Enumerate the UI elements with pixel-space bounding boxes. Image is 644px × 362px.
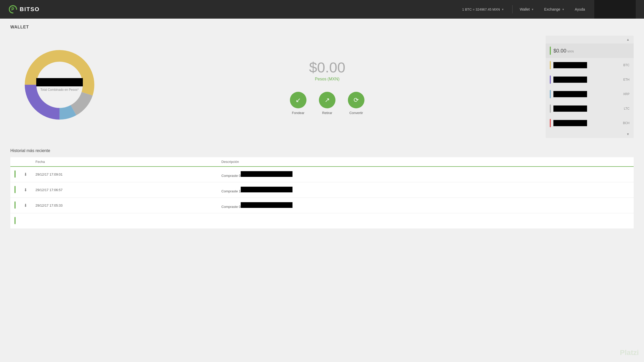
table-row: ⬇ 29/12/17 17:09:01 Compraste 0 xyxy=(10,167,634,182)
center-panel: $0.00 Pesos (MXN) ↙ Fondear ↗ Retirar ⟳ … xyxy=(115,36,539,138)
main-content: WALLET Total Combinado en Pesos* xyxy=(0,19,644,362)
row-4-indicator xyxy=(10,213,20,229)
row-1-date: 29/12/17 17:09:01 xyxy=(31,167,217,182)
retirar-icon: ↗ xyxy=(319,92,335,108)
col-fecha: Fecha xyxy=(31,157,217,167)
col-indicator xyxy=(10,157,20,167)
scroll-up-arrow[interactable]: ▲ xyxy=(546,36,634,43)
nav-divider xyxy=(512,5,513,13)
wallet-section: Total Combinado en Pesos* $0.00 Pesos (M… xyxy=(10,36,634,138)
bch-color-bar xyxy=(550,119,551,127)
wallet-chevron: ▼ xyxy=(531,8,534,11)
table-row: ⬇ 29/12/17 17:05:33 Compraste 0 xyxy=(10,198,634,213)
history-section: Historial más reciente Fecha Descripción… xyxy=(10,148,634,229)
scroll-down-arrow[interactable]: ▼ xyxy=(546,130,634,138)
download-icon: ⬇ xyxy=(24,203,27,208)
xrp-tag: XRP xyxy=(623,92,630,96)
ltc-amount-redacted xyxy=(553,105,587,112)
nav-ayuda[interactable]: Ayuda xyxy=(570,0,590,19)
history-table: Fecha Descripción ⬇ 29/12/17 17:09:01 Co… xyxy=(10,157,634,229)
platzi-watermark: Platzi xyxy=(620,349,639,357)
mxn-label: MXN xyxy=(567,50,574,53)
row-1-desc: Compraste 0 xyxy=(217,167,634,182)
row-4-download xyxy=(20,213,31,229)
col-desc: Descripción xyxy=(217,157,634,167)
download-icon: ⬇ xyxy=(24,188,27,192)
row-2-desc: Compraste 1 xyxy=(217,182,634,198)
xrp-color-bar xyxy=(550,90,551,98)
action-buttons: ↙ Fondear ↗ Retirar ⟳ Convertir xyxy=(290,92,364,115)
eth-color-bar xyxy=(550,76,551,84)
table-row: ⬇ 29/12/17 17:06:57 Compraste 1 xyxy=(10,182,634,198)
header: BITSO 1 BTC = 324967.45 MXN ▼ Wallet ▼ E… xyxy=(0,0,644,19)
row-1-indicator xyxy=(10,167,20,182)
row-3-indicator xyxy=(10,198,20,213)
retirar-label: Retirar xyxy=(322,111,332,115)
balance-item-mxn: $0.00 MXN xyxy=(546,43,634,58)
donut-center-label: Total Combinado en Pesos* xyxy=(36,88,83,92)
btc-color-bar xyxy=(550,61,551,69)
history-header-row: Fecha Descripción xyxy=(10,157,634,167)
nav-exchange[interactable]: Exchange ▼ xyxy=(539,0,569,19)
fondear-icon: ↙ xyxy=(290,92,306,108)
xrp-amount-redacted xyxy=(553,91,587,97)
mxn-color-bar xyxy=(550,47,551,55)
convertir-button[interactable]: ⟳ Convertir xyxy=(348,92,364,115)
balance-item-btc: BTC xyxy=(546,58,634,72)
bch-amount-redacted xyxy=(553,120,587,126)
balance-item-eth: ETH xyxy=(546,72,634,87)
eth-amount-redacted xyxy=(553,77,587,83)
row-2-date: 29/12/17 17:06:57 xyxy=(31,182,217,198)
logo-area[interactable]: BITSO xyxy=(8,5,40,14)
header-nav: 1 BTC = 324967.45 MXN ▼ Wallet ▼ Exchang… xyxy=(462,0,636,19)
row-2-indicator xyxy=(10,182,20,198)
row-2-desc-redacted xyxy=(241,187,292,192)
row-3-date: 29/12/17 17:05:33 xyxy=(31,198,217,213)
donut-center: Total Combinado en Pesos* xyxy=(36,78,83,92)
exchange-chevron: ▼ xyxy=(562,8,565,11)
bitso-logo-icon xyxy=(8,5,18,14)
btc-dropdown-chevron: ▼ xyxy=(501,8,504,11)
donut-center-value-redacted xyxy=(36,78,83,86)
row-3-desc: Compraste 0 xyxy=(217,198,634,213)
eth-tag: ETH xyxy=(623,78,630,81)
balance-item-ltc: LTC xyxy=(546,101,634,116)
ltc-color-bar xyxy=(550,104,551,113)
btc-amount-redacted xyxy=(553,62,587,68)
main-amount: $0.00 xyxy=(309,59,345,76)
row-4-desc xyxy=(217,213,634,229)
main-currency: Pesos (MXN) xyxy=(315,77,339,81)
mxn-balance-value: $0.00 MXN xyxy=(553,48,630,54)
balance-item-bch: BCH xyxy=(546,116,634,130)
row-3-download[interactable]: ⬇ xyxy=(20,198,31,213)
right-balance-panel: ▲ $0.00 MXN BTC xyxy=(546,36,634,138)
fondear-button[interactable]: ↙ Fondear xyxy=(290,92,306,115)
table-row xyxy=(10,213,634,229)
row-2-download[interactable]: ⬇ xyxy=(20,182,31,198)
row-3-desc-redacted xyxy=(241,202,292,208)
row-1-desc-redacted xyxy=(241,171,292,177)
retirar-button[interactable]: ↗ Retirar xyxy=(319,92,335,115)
ltc-tag: LTC xyxy=(624,107,630,110)
balance-item-xrp: XRP xyxy=(546,87,634,101)
bch-tag: BCH xyxy=(623,121,630,125)
donut-chart-container: Total Combinado en Pesos* xyxy=(10,36,109,134)
convertir-label: Convertir xyxy=(349,111,363,115)
logo-text: BITSO xyxy=(20,6,40,13)
row-1-download[interactable]: ⬇ xyxy=(20,167,31,182)
btc-tag: BTC xyxy=(623,63,630,67)
page-title: WALLET xyxy=(10,25,634,29)
download-icon: ⬇ xyxy=(24,172,27,177)
history-title: Historial más reciente xyxy=(10,148,634,153)
col-download xyxy=(20,157,31,167)
btc-rate-display[interactable]: 1 BTC = 324967.45 MXN ▼ xyxy=(462,7,510,11)
convertir-icon: ⟳ xyxy=(348,92,364,108)
nav-wallet[interactable]: Wallet ▼ xyxy=(515,0,539,19)
mxn-amount: $0.00 xyxy=(553,48,566,54)
row-4-date xyxy=(31,213,217,229)
header-action-button[interactable] xyxy=(594,0,636,19)
fondear-label: Fondear xyxy=(292,111,304,115)
